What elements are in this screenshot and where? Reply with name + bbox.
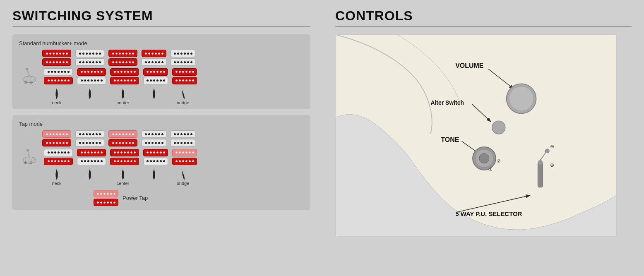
coil <box>172 158 197 165</box>
label-center-tap: center <box>108 181 137 186</box>
volume-label: VOLUME <box>455 62 483 69</box>
power-tap-legend: Power Tap <box>94 190 304 206</box>
svg-text:①: ① <box>29 161 33 165</box>
standard-mode-section: Standard humbucker+ mode <box>12 34 310 109</box>
coil <box>75 130 104 138</box>
fin-2-std <box>75 88 104 99</box>
coil <box>142 58 166 66</box>
coil <box>172 68 197 76</box>
coil <box>143 68 168 76</box>
label-neck-tap: neck <box>42 181 71 186</box>
svg-point-2 <box>26 68 28 70</box>
right-panel: CONTROLS VOLUME Alter Switch TONE 5 WAY … <box>323 0 644 276</box>
coil <box>110 149 139 156</box>
coil <box>110 158 139 165</box>
coil <box>143 149 168 156</box>
coil <box>77 149 106 156</box>
left-panel: SWITCHING SYSTEM Standard humbucker+ mod… <box>0 0 323 276</box>
fin-neck-std <box>42 88 71 99</box>
coil <box>75 139 104 146</box>
coil <box>143 158 168 165</box>
svg-point-7 <box>26 149 29 151</box>
tap-pos4-top <box>142 130 166 146</box>
tap-mode-section: Tap mode <box>12 115 310 210</box>
coil <box>142 50 166 57</box>
svg-text:②: ② <box>24 80 27 84</box>
tap-pos2-top <box>75 130 104 146</box>
label-center-std: center <box>108 100 137 105</box>
coil <box>108 50 137 57</box>
fin-bridge-tap <box>171 168 195 180</box>
std-pos4-top <box>142 50 166 66</box>
coil <box>42 58 71 66</box>
label-2-tap <box>75 181 104 186</box>
label-bridge-tap: bridge <box>171 181 195 186</box>
svg-text:②: ② <box>497 158 501 163</box>
tone-label: TONE <box>441 136 459 143</box>
switching-system-title: SWITCHING SYSTEM <box>12 8 310 24</box>
fin-2-tap <box>75 168 104 180</box>
std2-pos2 <box>77 68 106 84</box>
svg-text:⊕: ⊕ <box>550 162 554 168</box>
std2-pos3 <box>110 68 139 84</box>
tap2-pos5 <box>172 149 197 165</box>
std-pos2-top <box>75 50 104 66</box>
divider-right <box>335 26 632 27</box>
tap-switch-icon: ② ① <box>19 148 40 166</box>
label-4-tap <box>142 181 166 186</box>
coil <box>110 68 139 76</box>
std2-pos1 <box>44 68 73 84</box>
coil <box>44 68 73 76</box>
std-pos3-top <box>108 50 137 66</box>
coil <box>172 77 197 84</box>
fin-center-tap <box>108 168 137 180</box>
coil <box>108 139 137 146</box>
coil <box>77 158 106 165</box>
tap2-pos1 <box>44 149 73 165</box>
coil <box>44 77 73 84</box>
tap2-pos4 <box>143 149 168 165</box>
coil <box>108 130 137 138</box>
tap2-pos3 <box>110 149 139 165</box>
svg-text:①: ① <box>29 80 33 84</box>
svg-point-16 <box>509 86 534 111</box>
legend-coil-top <box>94 190 118 197</box>
label-4-std <box>142 100 166 105</box>
svg-point-24 <box>538 160 543 165</box>
standard-mode-label: Standard humbucker+ mode <box>19 40 304 46</box>
coil <box>44 158 73 165</box>
std2-pos5 <box>172 68 197 84</box>
coil <box>44 149 73 156</box>
fin-4-tap <box>142 168 166 180</box>
coil <box>142 139 166 146</box>
coil <box>108 58 137 66</box>
fin-4-std <box>142 88 166 99</box>
coil <box>171 130 195 138</box>
tap-mode-label: Tap mode <box>19 121 304 127</box>
svg-point-19 <box>479 154 489 163</box>
tap2-pos2 <box>77 149 106 165</box>
svg-rect-23 <box>538 163 543 187</box>
divider-left <box>12 26 310 27</box>
coil <box>171 58 195 66</box>
coil <box>172 149 197 156</box>
legend-coil-bottom <box>94 199 118 206</box>
std-pos1-top <box>42 50 71 66</box>
tap-pos1-top <box>42 130 71 146</box>
fin-bridge-std <box>171 88 195 99</box>
coil <box>42 139 71 146</box>
label-bridge-std: bridge <box>171 100 195 105</box>
legend-coil-icon <box>94 190 118 206</box>
coil <box>110 77 139 84</box>
std2-pos4 <box>143 68 168 84</box>
coil <box>42 130 71 138</box>
coil <box>42 50 71 57</box>
label-2-std <box>75 100 104 105</box>
coil <box>142 130 166 138</box>
coil <box>171 50 195 57</box>
coil <box>75 50 104 57</box>
controls-title: CONTROLS <box>335 8 632 24</box>
svg-text:②: ② <box>24 161 27 165</box>
std-pos5-top <box>171 50 195 66</box>
svg-text:①: ① <box>488 167 493 172</box>
